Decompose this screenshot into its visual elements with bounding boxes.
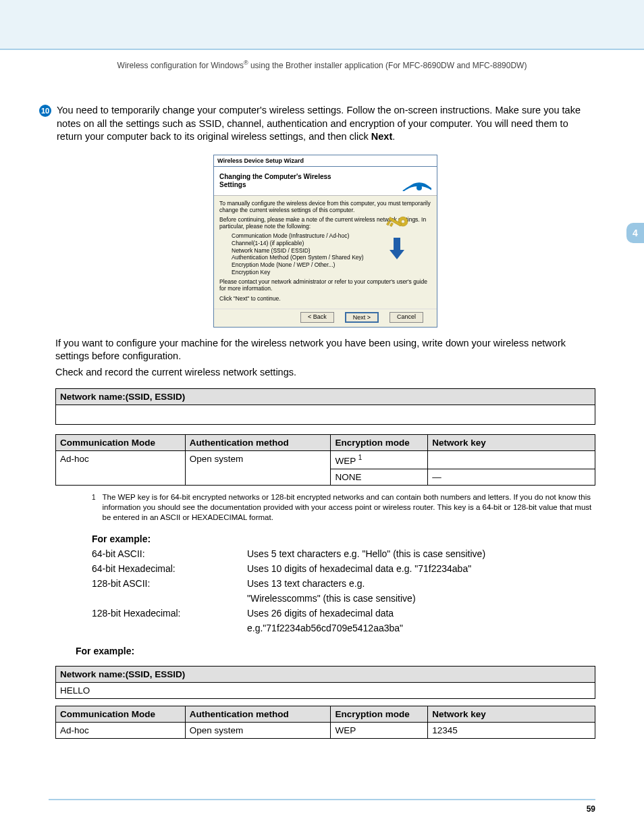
svg-marker-7 (390, 250, 404, 259)
table-cell (428, 451, 595, 469)
example-label: 128-bit Hexadecimal: (92, 608, 247, 619)
dialog-body-p1: To manually configure the wireless devic… (219, 200, 431, 213)
footnote-number: 1 (92, 492, 96, 523)
example-label: 128-bit ASCII: (92, 578, 247, 589)
back-button[interactable]: < Back (300, 312, 334, 323)
dialog-title-bar: Wireless Device Setup Wizard (214, 155, 437, 167)
svg-rect-6 (394, 238, 400, 250)
bottom-rule (49, 799, 595, 800)
col-header: Communication Mode (56, 435, 186, 451)
table-header: Network name:(SSID, ESSID) (56, 666, 595, 682)
wizard-dialog: Wireless Device Setup Wizard Changing th… (213, 155, 437, 328)
page-number: 59 (587, 804, 595, 814)
example-label: 64-bit Hexadecimal: (92, 563, 247, 574)
next-button[interactable]: Next > (345, 312, 379, 323)
table-cell: WEP 1 (331, 451, 428, 469)
top-rule (0, 49, 644, 50)
settings-table-1: Communication Mode Authentication method… (55, 434, 595, 486)
footnote-text: The WEP key is for 64-bit encrypted netw… (103, 492, 595, 523)
dialog-body-p3: Please contact your network administrato… (219, 278, 431, 292)
list-item: Encryption Key (232, 269, 431, 276)
col-header: Communication Mode (56, 706, 186, 722)
example-value: Uses 5 text characters e.g. "Hello" (thi… (247, 548, 595, 559)
step-paragraph: You need to temporarily change your comp… (57, 104, 595, 144)
step-number-badge: 10 (39, 105, 51, 117)
after-dialog-p1: If you want to configure your machine fo… (55, 337, 595, 363)
list-item: Encryption Mode (None / WEP / Other...) (232, 261, 431, 269)
table-cell: Open system (185, 451, 331, 486)
svg-rect-4 (387, 221, 391, 226)
example-grid: 64-bit ASCII: Uses 5 text characters e.g… (92, 548, 595, 633)
col-header: Authentication method (185, 706, 331, 722)
table-cell: NONE (331, 469, 428, 485)
network-name-table-2: Network name:(SSID, ESSID) HELLO (55, 666, 595, 699)
example-label: 64-bit ASCII: (92, 548, 247, 559)
dialog-heading: Changing the Computer's Wireless Setting… (219, 173, 348, 189)
svg-rect-5 (390, 222, 393, 226)
example-value: Uses 26 digits of hexadecimal data (247, 608, 595, 619)
col-header: Encryption mode (331, 706, 428, 722)
table-cell: Open system (185, 722, 331, 738)
top-band (0, 0, 644, 49)
key-arrow-icon (377, 215, 418, 262)
header-text-a: Wireless configuration for Windows (117, 61, 244, 70)
table-cell: HELLO (56, 682, 595, 698)
chapter-tab: 4 (626, 223, 644, 243)
col-header: Network key (428, 435, 595, 451)
example-value: Uses 10 digits of hexadecimal data e.g. … (247, 563, 595, 574)
cancel-button[interactable]: Cancel (390, 312, 423, 323)
svg-point-2 (402, 219, 405, 223)
table-cell: Ad-hoc (56, 451, 186, 486)
svg-point-0 (417, 185, 422, 190)
table-cell: Ad-hoc (56, 722, 186, 738)
after-dialog-p2: Check and record the current wireless ne… (55, 366, 595, 380)
footnote: 1 The WEP key is for 64-bit encrypted ne… (92, 492, 595, 523)
example-value: "Wirelesscomms" (this is case sensitive) (247, 593, 595, 604)
network-name-table-1: Network name:(SSID, ESSID) (55, 388, 595, 425)
table-header: Network name:(SSID, ESSID) (56, 389, 595, 405)
example-value: Uses 13 text characters e.g. (247, 578, 595, 589)
table-cell: 12345 (428, 722, 595, 738)
settings-table-2: Communication Mode Authentication method… (55, 706, 595, 739)
example-value: e.g."71f2234ab56cd709e5412aa3ba" (247, 623, 595, 633)
table-cell: — (428, 469, 595, 485)
example-label (92, 623, 247, 633)
table-cell: WEP (331, 722, 428, 738)
col-header: Network key (428, 706, 595, 722)
dialog-body-p4: Click "Next" to continue. (219, 295, 431, 302)
wifi-icon (377, 171, 431, 191)
example-title: For example: (92, 533, 595, 544)
example-label (92, 593, 247, 604)
header-text-b: using the Brother installer application … (248, 61, 527, 70)
page-header: Wireless configuration for Windows® usin… (0, 59, 644, 70)
table-cell-blank (56, 405, 595, 425)
col-header: Encryption mode (331, 435, 428, 451)
col-header: Authentication method (185, 435, 331, 451)
for-example-heading: For example: (76, 646, 595, 656)
